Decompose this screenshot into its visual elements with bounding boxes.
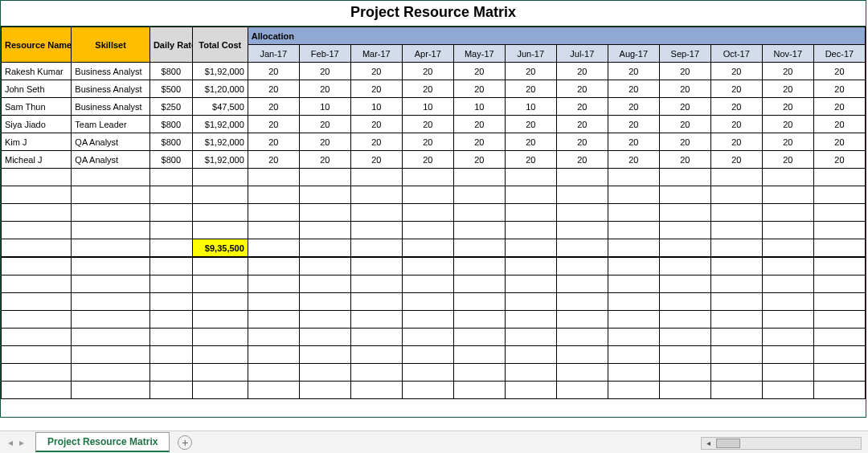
cell-empty[interactable] [505, 204, 556, 222]
table-row[interactable]: Sam ThunBusiness Analyst$250$47,50020101… [2, 98, 866, 116]
cell-allocation[interactable]: 20 [762, 63, 813, 80]
sheet-cell-blank[interactable] [192, 382, 248, 399]
cell-allocation[interactable]: 20 [350, 63, 402, 80]
sheet-cell-blank[interactable] [608, 258, 659, 275]
sheet-cell-blank[interactable] [453, 258, 505, 275]
cell-empty[interactable] [72, 186, 150, 204]
sheet-cell-blank[interactable] [659, 275, 710, 293]
sheet-cell-blank[interactable] [762, 364, 813, 382]
cell-empty[interactable] [299, 204, 350, 222]
sheet-cell-blank[interactable] [248, 275, 299, 293]
cell-allocation[interactable]: 20 [402, 133, 453, 151]
cell-empty[interactable] [659, 186, 710, 204]
sheet-cell-blank[interactable] [192, 275, 248, 293]
cell-empty[interactable] [2, 222, 72, 239]
cell-empty[interactable] [248, 222, 299, 239]
sheet-cell-blank[interactable] [453, 293, 505, 311]
sheet-cell-blank[interactable] [72, 311, 150, 329]
cell-allocation[interactable]: 20 [453, 116, 505, 133]
sheet-cell-blank[interactable] [556, 364, 608, 382]
cell-empty[interactable] [453, 169, 505, 186]
cell-allocation[interactable]: 20 [608, 133, 659, 151]
cell-allocation[interactable]: 20 [608, 80, 659, 98]
cell-name[interactable]: John Seth [2, 80, 72, 98]
sheet-cell-blank[interactable] [149, 293, 192, 311]
sheet-cell-blank[interactable] [402, 346, 453, 364]
sheet-cell-blank[interactable] [192, 258, 248, 275]
cell-allocation[interactable]: 20 [813, 63, 865, 80]
sheet-cell-blank[interactable] [402, 382, 453, 399]
cell-allocation[interactable]: 20 [299, 80, 350, 98]
cell-allocation[interactable]: 20 [659, 98, 710, 116]
sheet-cell-blank[interactable] [813, 364, 865, 382]
cell-allocation[interactable]: 20 [710, 116, 762, 133]
cell-allocation[interactable]: 20 [505, 151, 556, 169]
sheet-cell-blank[interactable] [299, 293, 350, 311]
cell-allocation[interactable]: 20 [299, 151, 350, 169]
sheet-cell-blank[interactable] [659, 382, 710, 399]
cell-allocation[interactable]: 20 [402, 151, 453, 169]
sheet-cell-blank[interactable] [72, 258, 150, 275]
cell-cost[interactable]: $1,92,000 [192, 133, 248, 151]
cell-empty[interactable] [149, 222, 192, 239]
sheet-cell-blank[interactable] [608, 382, 659, 399]
cell-allocation[interactable]: 10 [350, 98, 402, 116]
sheet-cell-blank[interactable] [453, 346, 505, 364]
cell-name[interactable]: Siya Jiado [2, 116, 72, 133]
sheet-cell-blank[interactable] [453, 364, 505, 382]
table-row[interactable]: John SethBusiness Analyst$500$1,20,00020… [2, 80, 866, 98]
sheet-cell-blank[interactable] [350, 346, 402, 364]
cell-cost[interactable]: $1,20,000 [192, 80, 248, 98]
sheet-cell-blank[interactable] [350, 329, 402, 346]
cell-allocation[interactable]: 20 [350, 116, 402, 133]
cell-blank[interactable] [556, 239, 608, 257]
cell-allocation[interactable]: 20 [659, 116, 710, 133]
cell-blank[interactable] [402, 239, 453, 257]
cell-allocation[interactable]: 20 [248, 63, 299, 80]
cell-empty[interactable] [813, 204, 865, 222]
cell-allocation[interactable]: 20 [762, 80, 813, 98]
table-row[interactable]: Rakesh KumarBusiness Analyst$800$1,92,00… [2, 63, 866, 80]
sheet-cell-blank[interactable] [350, 275, 402, 293]
cell-cost[interactable]: $1,92,000 [192, 63, 248, 80]
cell-allocation[interactable]: 20 [710, 133, 762, 151]
cell-allocation[interactable]: 20 [505, 80, 556, 98]
cell-empty[interactable] [248, 204, 299, 222]
sheet-cell-blank[interactable] [402, 311, 453, 329]
sheet-cell-blank[interactable] [149, 329, 192, 346]
cell-empty[interactable] [299, 186, 350, 204]
cell-allocation[interactable]: 20 [453, 63, 505, 80]
cell-allocation[interactable]: 20 [248, 133, 299, 151]
sheet-cell-blank[interactable] [710, 275, 762, 293]
cell-rate[interactable]: $800 [149, 63, 192, 80]
sheet-row-blank[interactable] [2, 329, 866, 346]
cell-empty[interactable] [659, 204, 710, 222]
cell-empty[interactable] [248, 169, 299, 186]
cell-allocation[interactable]: 20 [659, 80, 710, 98]
cell-empty[interactable] [608, 186, 659, 204]
cell-empty[interactable] [813, 186, 865, 204]
table-row[interactable]: Siya JiadoTeam Leader$800$1,92,000202020… [2, 116, 866, 133]
cell-empty[interactable] [299, 169, 350, 186]
scroll-left-icon[interactable]: ◂ [702, 438, 714, 449]
sheet-cell-blank[interactable] [149, 364, 192, 382]
table-row-empty[interactable] [2, 222, 866, 239]
sheet-cell-blank[interactable] [505, 329, 556, 346]
cell-allocation[interactable]: 20 [608, 116, 659, 133]
cell-allocation[interactable]: 20 [556, 151, 608, 169]
cell-blank[interactable] [2, 239, 72, 257]
nav-prev-icon[interactable]: ◂ [8, 437, 13, 448]
sheet-cell-blank[interactable] [710, 258, 762, 275]
sheet-cell-blank[interactable] [192, 311, 248, 329]
cell-allocation[interactable]: 20 [248, 80, 299, 98]
cell-allocation[interactable]: 20 [608, 63, 659, 80]
cell-allocation[interactable]: 20 [813, 151, 865, 169]
table-row[interactable]: Kim JQA Analyst$800$1,92,000202020202020… [2, 133, 866, 151]
cell-empty[interactable] [192, 204, 248, 222]
table-row-empty[interactable] [2, 204, 866, 222]
sheet-cell-blank[interactable] [149, 311, 192, 329]
cell-blank[interactable] [813, 239, 865, 257]
sheet-cell-blank[interactable] [2, 346, 72, 364]
cell-rate[interactable]: $800 [149, 151, 192, 169]
cell-empty[interactable] [350, 204, 402, 222]
